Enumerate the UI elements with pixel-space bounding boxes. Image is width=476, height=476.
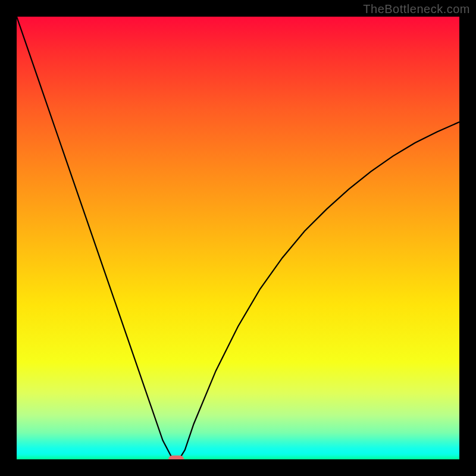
watermark-text: TheBottleneck.com <box>363 2 470 16</box>
optimum-marker <box>168 456 184 460</box>
plot-area <box>17 17 459 459</box>
chart-frame: TheBottleneck.com <box>0 0 476 476</box>
curve-path <box>17 17 459 459</box>
bottleneck-curve <box>17 17 459 459</box>
